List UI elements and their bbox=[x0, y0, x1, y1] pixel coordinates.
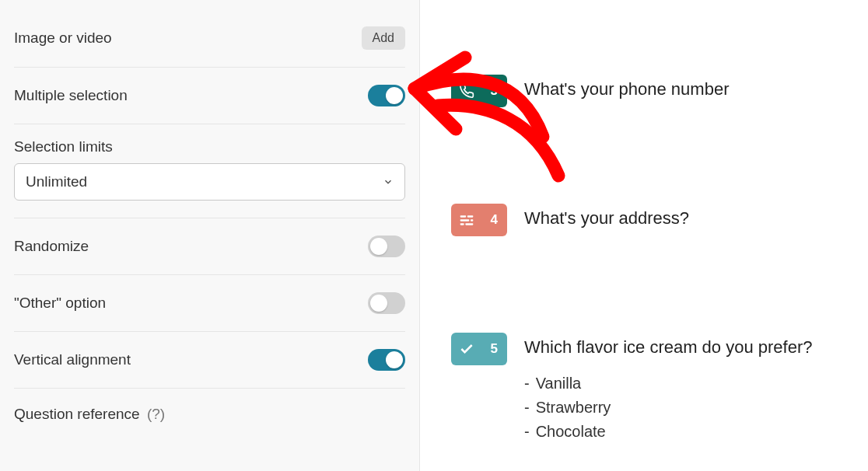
question-title: Which flavor ice cream do you prefer? bbox=[524, 337, 813, 358]
setting-label: Selection limits bbox=[14, 124, 405, 155]
selection-limits-select[interactable]: Unlimited bbox=[14, 163, 405, 201]
question-row[interactable]: 4 What's your address? bbox=[451, 204, 689, 236]
setting-label: Multiple selection bbox=[14, 87, 128, 104]
settings-sidebar: Image or video Add Multiple selection Se… bbox=[0, 0, 420, 471]
question-row[interactable]: 3 What's your phone number bbox=[451, 75, 729, 107]
svg-rect-0 bbox=[460, 215, 467, 218]
question-title: What's your address? bbox=[524, 208, 689, 229]
setting-label: Vertical alignment bbox=[14, 351, 131, 368]
toggle-thumb bbox=[370, 238, 387, 255]
setting-label: Question reference (?) bbox=[14, 406, 165, 423]
setting-question-reference: Question reference (?) bbox=[14, 389, 405, 440]
vertical-alignment-toggle[interactable] bbox=[368, 349, 405, 371]
question-badge-address: 4 bbox=[451, 204, 507, 236]
svg-rect-4 bbox=[460, 223, 464, 225]
other-option-toggle[interactable] bbox=[368, 292, 405, 314]
form-canvas: 3 What's your phone number 4 What's your… bbox=[420, 0, 868, 471]
setting-label: "Other" option bbox=[14, 295, 106, 312]
question-number: 5 bbox=[491, 341, 498, 357]
question-content: What's your phone number bbox=[524, 75, 729, 99]
setting-vertical-alignment: Vertical alignment bbox=[14, 332, 405, 389]
question-number: 3 bbox=[491, 83, 498, 99]
setting-label: Image or video bbox=[14, 30, 112, 47]
randomize-toggle[interactable] bbox=[368, 236, 405, 257]
question-badge-phone: 3 bbox=[451, 75, 507, 107]
question-row[interactable]: 5 Which flavor ice cream do you prefer? … bbox=[451, 333, 813, 444]
setting-randomize: Randomize bbox=[14, 218, 405, 275]
toggle-thumb bbox=[386, 87, 403, 104]
list-item: -Vanilla bbox=[524, 372, 813, 396]
setting-other-option: "Other" option bbox=[14, 275, 405, 332]
question-content: What's your address? bbox=[524, 204, 689, 229]
svg-rect-3 bbox=[471, 219, 473, 222]
multiple-selection-toggle[interactable] bbox=[368, 85, 405, 106]
toggle-thumb bbox=[370, 295, 387, 312]
help-icon[interactable]: (?) bbox=[147, 406, 165, 422]
question-title: What's your phone number bbox=[524, 79, 729, 99]
setting-multiple-selection: Multiple selection bbox=[14, 68, 405, 124]
setting-selection-limits: Selection limits Unlimited bbox=[14, 124, 405, 218]
setting-image-or-video: Image or video Add bbox=[14, 16, 405, 68]
toggle-thumb bbox=[386, 351, 403, 368]
add-button[interactable]: Add bbox=[362, 26, 405, 50]
list-item: -Strawberry bbox=[524, 396, 813, 420]
svg-rect-2 bbox=[460, 219, 470, 222]
svg-rect-1 bbox=[467, 215, 474, 218]
question-content: Which flavor ice cream do you prefer? -V… bbox=[524, 333, 813, 444]
chevron-down-icon bbox=[383, 176, 394, 187]
svg-rect-5 bbox=[465, 223, 473, 225]
check-icon bbox=[459, 341, 474, 357]
question-badge-multiple-choice: 5 bbox=[451, 333, 507, 365]
list-item: -Chocolate bbox=[524, 420, 813, 444]
setting-label: Randomize bbox=[14, 238, 89, 255]
phone-icon bbox=[459, 83, 474, 99]
address-icon bbox=[459, 212, 474, 228]
select-value: Unlimited bbox=[26, 173, 87, 190]
question-number: 4 bbox=[491, 212, 498, 228]
question-options: -Vanilla -Strawberry -Chocolate bbox=[524, 372, 813, 444]
